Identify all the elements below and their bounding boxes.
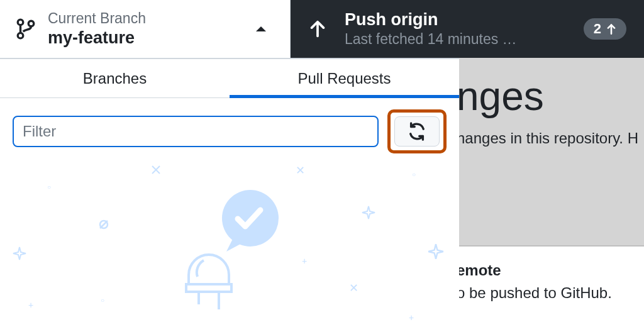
sparkle-icon: ○ xyxy=(47,184,51,191)
svg-point-1 xyxy=(18,33,23,38)
sparkle-icon: ○ xyxy=(412,171,416,178)
sparkle-icon: + xyxy=(409,313,414,323)
obscured-content: nges nanges in this repository. H emote … xyxy=(459,58,644,327)
branch-label: Current Branch xyxy=(48,10,255,28)
push-origin-button[interactable]: Push origin Last fetched 14 minutes … 2 xyxy=(291,0,644,58)
bg-subpara-fragment: o be pushed to GitHub. xyxy=(459,284,644,302)
sparkle-icon xyxy=(13,247,26,263)
branch-name: my-feature xyxy=(48,28,255,48)
push-arrow-up-icon xyxy=(308,19,327,38)
filter-input[interactable] xyxy=(13,116,379,147)
sparkle-icon: ✕ xyxy=(349,281,358,295)
git-branch-icon xyxy=(15,16,36,42)
svg-point-2 xyxy=(28,21,34,26)
push-ahead-badge: 2 xyxy=(584,18,626,40)
sparkle-icon xyxy=(362,206,375,222)
sparkle-icon: ✕ xyxy=(296,164,305,177)
arrow-up-icon xyxy=(606,23,616,35)
panel-tabs: Branches Pull Requests xyxy=(0,59,459,98)
bg-para-fragment: nanges in this repository. H xyxy=(459,130,644,147)
bg-heading-fragment: nges xyxy=(459,73,644,119)
sparkle-icon xyxy=(97,218,110,233)
empty-message: You're all set! xyxy=(0,324,459,327)
filter-row xyxy=(0,98,459,158)
sparkle-icon: ○ xyxy=(101,297,104,304)
svg-rect-5 xyxy=(186,284,231,292)
refresh-button[interactable] xyxy=(394,116,440,147)
badge-count: 2 xyxy=(594,21,601,37)
toolbar: Current Branch my-feature Push origin La… xyxy=(0,0,644,58)
sparkle-icon xyxy=(428,243,444,262)
all-set-illustration xyxy=(170,184,296,309)
push-text: Push origin Last fetched 14 minutes … xyxy=(345,9,584,48)
svg-point-0 xyxy=(18,19,23,25)
branch-dropdown-panel: Branches Pull Requests xyxy=(0,58,459,327)
push-subtitle: Last fetched 14 minutes … xyxy=(345,30,584,48)
sparkle-icon: + xyxy=(28,300,33,310)
tab-branches[interactable]: Branches xyxy=(0,59,230,97)
branch-text: Current Branch my-feature xyxy=(48,10,255,48)
empty-state: ✕ ○ ○ ✕ + ○ + + xyxy=(0,158,459,327)
sync-icon xyxy=(408,122,426,141)
current-branch-selector[interactable]: Current Branch my-feature xyxy=(0,0,291,58)
sparkle-icon: + xyxy=(302,256,307,266)
tab-branches-label: Branches xyxy=(83,70,147,87)
sparkle-icon xyxy=(151,165,161,177)
refresh-highlight xyxy=(387,109,447,153)
push-title: Push origin xyxy=(345,9,584,30)
bg-subheading-fragment: emote xyxy=(459,262,644,279)
caret-up-icon xyxy=(255,25,267,33)
tab-pull-requests[interactable]: Pull Requests xyxy=(230,59,459,97)
tab-pull-requests-label: Pull Requests xyxy=(297,70,391,87)
